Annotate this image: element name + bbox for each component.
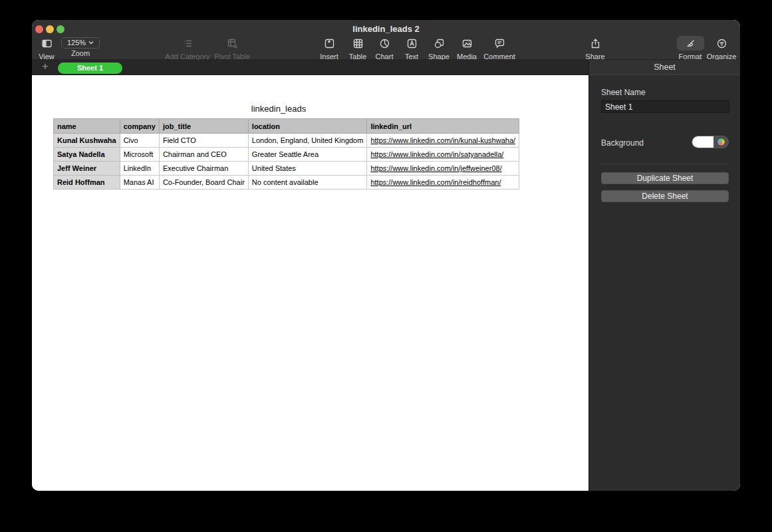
zoom-control: 125% Zoom [49,36,112,57]
column-header-company[interactable]: company [120,119,159,134]
cell-company[interactable]: Microsoft [120,148,159,162]
cell-job-title[interactable]: Chairman and CEO [159,148,248,162]
sheet-name-label: Sheet Name [601,88,646,97]
titlebar-toolbar[interactable]: linkedin_leads 2 View 125% Zoom Add [32,20,740,60]
zoom-label: Zoom [49,49,112,57]
cell-company[interactable]: Civo [120,134,159,148]
linkedin-link[interactable]: https://www.linkedin.com/in/jeffweiner08… [370,164,501,172]
cell-linkedin-url: https://www.linkedin.com/in/reidhoffman/ [367,176,519,190]
table-row: Satya Nadella Microsoft Chairman and CEO… [54,148,519,162]
comment-label: Comment [467,53,531,61]
cell-company[interactable]: Manas AI [120,176,159,190]
sheet-tab-sheet1[interactable]: Sheet 1 [58,63,122,74]
leads-table: name company job_title location linkedin… [53,118,519,190]
add-sheet-button[interactable]: + [39,61,51,72]
linkedin-link[interactable]: https://www.linkedin.com/in/kunal-kushwa… [370,136,515,144]
background-label: Background [601,138,644,148]
cell-job-title[interactable]: Field CTO [159,134,248,148]
organize-button[interactable]: Organize [690,36,740,61]
sheet-name-input[interactable] [601,100,729,113]
comment-icon [494,36,505,51]
app-window: linkedin_leads 2 View 125% Zoom Add [32,20,740,491]
duplicate-sheet-button[interactable]: Duplicate Sheet [601,172,729,184]
organize-icon [716,36,727,51]
desktop-background: linkedin_leads 2 View 125% Zoom Add [0,0,772,532]
cell-name[interactable]: Reid Hoffman [54,176,120,190]
cell-location[interactable]: No content available [248,176,367,190]
table-row: Jeff Weiner LinkedIn Executive Chairman … [54,162,519,176]
cell-linkedin-url: https://www.linkedin.com/in/jeffweiner08… [367,162,519,176]
table-title[interactable]: linkedin_leads [53,104,504,114]
column-header-name[interactable]: name [54,119,120,134]
spreadsheet-canvas[interactable]: linkedin_leads name company job_title lo… [32,75,588,491]
background-color-well[interactable] [692,136,729,148]
pivot-table-icon [227,36,238,51]
cell-linkedin-url: https://www.linkedin.com/in/satyanadella… [367,148,519,162]
linkedin-link[interactable]: https://www.linkedin.com/in/satyanadella… [370,150,503,158]
comment-button[interactable]: Comment [467,36,531,61]
cell-linkedin-url: https://www.linkedin.com/in/kunal-kushwa… [367,134,519,148]
cell-job-title[interactable]: Executive Chairman [159,162,248,176]
share-label: Share [563,53,627,61]
column-header-location[interactable]: location [248,119,367,134]
sidebar-header: Sheet [589,60,740,75]
sheet-tab-bar: + Sheet 1 [32,60,588,75]
cell-location[interactable]: United States [248,162,367,176]
organize-label: Organize [690,53,740,61]
delete-sheet-button[interactable]: Delete Sheet [601,190,729,202]
pivot-table-label: Pivot Table [200,53,264,61]
color-wheel-button[interactable] [713,136,728,148]
linkedin-link[interactable]: https://www.linkedin.com/in/reidhoffman/ [370,178,501,186]
add-category-icon [182,36,193,51]
zoom-value: 125% [67,39,86,47]
background-color-swatch[interactable] [692,136,713,148]
cell-company[interactable]: LinkedIn [120,162,159,176]
chevron-down-icon [88,41,94,45]
window-title: linkedin_leads 2 [32,24,740,34]
table-row: Kunal Kushwaha Civo Field CTO London, En… [54,134,519,148]
sidebar-divider [601,164,729,164]
cell-job-title[interactable]: Co-Founder, Board Chair [159,176,248,190]
cell-name[interactable]: Kunal Kushwaha [54,134,120,148]
format-sidebar: Sheet Sheet Name Background Duplicate Sh… [588,60,740,491]
header-row: name company job_title location linkedin… [54,119,519,134]
zoom-dropdown[interactable]: 125% [61,37,100,49]
column-header-job-title[interactable]: job_title [159,119,248,134]
table-row: Reid Hoffman Manas AI Co-Founder, Board … [54,176,519,190]
color-wheel-icon [717,138,725,146]
share-button[interactable]: Share [563,36,627,61]
share-icon [590,36,601,51]
pivot-table-button: Pivot Table [200,36,264,61]
column-header-linkedin-url[interactable]: linkedin_url [367,119,519,134]
cell-location[interactable]: London, England, United Kingdom [248,134,367,148]
cell-name[interactable]: Jeff Weiner [54,162,120,176]
cell-location[interactable]: Greater Seattle Area [248,148,367,162]
cell-name[interactable]: Satya Nadella [54,148,120,162]
